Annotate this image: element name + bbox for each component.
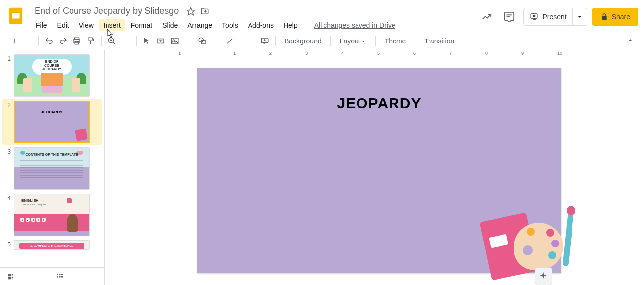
svg-rect-17: [8, 274, 11, 276]
svg-rect-26: [57, 276, 58, 277]
slide-preview[interactable]: ENGLISH A-B-C-D-E... English! 12345: [14, 194, 90, 236]
slide-thumb-3[interactable]: 3 CONTENTS OF THIS TEMPLATE: [2, 145, 102, 192]
thumb-subtitle: A-B-C-D-E... English!: [23, 203, 46, 206]
select-tool[interactable]: [141, 35, 153, 47]
menu-edit[interactable]: Edit: [53, 19, 73, 31]
chevron-down-icon: [576, 13, 584, 21]
menu-tools[interactable]: Tools: [217, 19, 243, 31]
print-button[interactable]: [71, 35, 83, 47]
slide-preview[interactable]: JEOPARDY: [14, 101, 90, 143]
separator: [38, 36, 39, 46]
horizontal-ruler[interactable]: 1 1 2 3 4 5 6 7 8 9 10: [112, 50, 644, 58]
image-tool[interactable]: [168, 35, 181, 47]
ruler-tick: 9: [521, 51, 524, 56]
canvas-scroll[interactable]: JEOPARDY: [112, 58, 644, 285]
svg-rect-20: [12, 275, 13, 276]
move-to-folder-icon[interactable]: [200, 7, 209, 16]
separator: [101, 36, 102, 46]
explore-button[interactable]: [535, 267, 552, 285]
activity-icon[interactable]: [478, 8, 496, 26]
svg-rect-9: [88, 38, 92, 40]
menu-arrange[interactable]: Arrange: [183, 19, 216, 31]
slide-thumb-5[interactable]: 5 1. COMPLETE THE SENTENCE: [2, 238, 102, 252]
slide-decoration: [485, 203, 574, 282]
thumb-title: JEOPARDY: [15, 110, 89, 114]
present-button[interactable]: Present: [523, 8, 587, 26]
theme-button[interactable]: Theme: [380, 35, 411, 47]
svg-rect-18: [8, 277, 11, 279]
shape-tool[interactable]: [196, 35, 209, 47]
collapse-toolbar-button[interactable]: [624, 34, 636, 47]
filmstrip-view-icon[interactable]: [7, 272, 16, 281]
share-label: Share: [612, 13, 630, 21]
separator: [330, 36, 331, 46]
new-slide-dropdown[interactable]: [22, 35, 35, 47]
vertical-ruler[interactable]: [105, 58, 112, 285]
shape-dropdown[interactable]: [210, 35, 222, 47]
textbox-tool[interactable]: [154, 35, 167, 47]
separator: [254, 36, 254, 46]
slide-preview[interactable]: CONTENTS OF THIS TEMPLATE: [14, 147, 90, 190]
brush-icon: [562, 213, 573, 267]
main-area: 1 END OF COURSE JEOPARDY 2 JEOPARDY 3 CO…: [0, 50, 644, 285]
image-dropdown[interactable]: [182, 35, 195, 47]
slide-number: 5: [3, 240, 11, 250]
ruler-tick: 10: [557, 51, 562, 56]
zoom-dropdown[interactable]: [119, 35, 132, 47]
slide-number: 3: [3, 147, 11, 190]
menu-insert[interactable]: Insert: [99, 19, 125, 31]
grid-view-icon[interactable]: [55, 272, 64, 281]
slide-canvas[interactable]: JEOPARDY: [197, 68, 561, 273]
slides-logo[interactable]: [6, 6, 26, 26]
slide-title-text[interactable]: JEOPARDY: [197, 95, 561, 112]
layout-button[interactable]: Layout: [335, 35, 371, 47]
ruler-tick: 4: [341, 51, 344, 56]
ruler-tick: 5: [377, 51, 380, 56]
canvas-area: 1 1 2 3 4 5 6 7 8 9 10 JEOPARDY: [105, 50, 644, 285]
app-header: End of Course Jeopardy by Slidesgo File …: [0, 0, 644, 32]
slide-thumb-2[interactable]: 2 JEOPARDY: [2, 99, 102, 145]
separator: [415, 36, 415, 46]
palette-icon: [514, 223, 563, 270]
svg-rect-3: [507, 14, 512, 15]
redo-button[interactable]: [57, 35, 70, 47]
lock-icon: [600, 13, 608, 21]
menu-format[interactable]: Format: [126, 19, 157, 31]
save-status[interactable]: All changes saved in Drive: [309, 19, 400, 31]
undo-button[interactable]: [43, 35, 56, 47]
svg-rect-1: [12, 13, 19, 19]
transition-button[interactable]: Transition: [419, 35, 459, 47]
svg-rect-19: [12, 274, 13, 275]
paint-format-button[interactable]: [84, 35, 97, 47]
present-dropdown[interactable]: [572, 8, 587, 25]
slide-preview[interactable]: END OF COURSE JEOPARDY: [14, 54, 90, 97]
line-dropdown[interactable]: [237, 35, 250, 47]
menu-file[interactable]: File: [32, 19, 52, 31]
comments-icon[interactable]: [501, 8, 518, 26]
menu-slide[interactable]: Slide: [158, 19, 182, 31]
line-tool[interactable]: [223, 35, 236, 47]
star-icon[interactable]: [186, 7, 195, 16]
new-slide-button[interactable]: [8, 35, 21, 47]
slide-preview[interactable]: 1. COMPLETE THE SENTENCE: [14, 240, 90, 250]
thumb-title: 1. COMPLETE THE SENTENCE: [30, 244, 73, 247]
comment-tool[interactable]: [258, 35, 271, 47]
slide-thumb-4[interactable]: 4 ENGLISH A-B-C-D-E... English! 12345: [2, 192, 102, 238]
svg-rect-22: [12, 278, 13, 279]
menu-help[interactable]: Help: [279, 19, 302, 31]
present-label: Present: [542, 13, 566, 21]
share-button[interactable]: Share: [592, 8, 638, 26]
svg-rect-24: [59, 274, 61, 275]
menu-bar: File Edit View Insert Format Slide Arran…: [32, 18, 478, 32]
menu-insert-label: Insert: [104, 21, 121, 29]
separator: [275, 36, 276, 46]
present-icon: [530, 12, 538, 21]
menu-view[interactable]: View: [74, 19, 98, 31]
filmstrip[interactable]: 1 END OF COURSE JEOPARDY 2 JEOPARDY 3 CO…: [0, 50, 105, 285]
document-title[interactable]: End of Course Jeopardy by Slidesgo: [32, 5, 181, 17]
svg-rect-28: [61, 276, 63, 277]
toolbar: Background Layout Theme Transition: [0, 32, 644, 50]
menu-addons[interactable]: Add-ons: [244, 19, 278, 31]
background-button[interactable]: Background: [280, 35, 326, 47]
slide-thumb-1[interactable]: 1 END OF COURSE JEOPARDY: [2, 52, 102, 99]
